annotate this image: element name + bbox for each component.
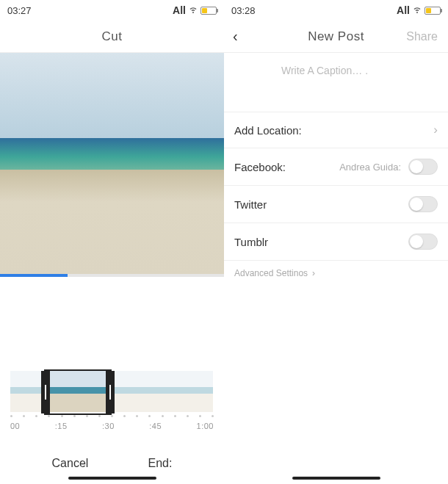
chevron-right-icon: › [312, 268, 315, 278]
row-label: Twitter [234, 198, 267, 211]
status-bar: 03:28 All [224, 0, 448, 21]
end-button[interactable]: End: [148, 457, 173, 470]
home-indicator[interactable] [68, 477, 156, 480]
timeline-thumb [145, 371, 179, 412]
screen-new-post: 03:28 All ‹ New Post Share Write A Capti… [224, 0, 448, 484]
trim-timeline[interactable] [10, 371, 214, 413]
twitter-toggle[interactable] [408, 196, 438, 212]
timeline-thumb [179, 371, 213, 412]
page-title: New Post [308, 29, 364, 44]
caption-input[interactable]: Write A Caption… . [281, 63, 368, 101]
timeline-thumb [112, 371, 145, 412]
row-sub: Andrea Guida: [339, 162, 401, 173]
row-label: Add Location: [234, 124, 302, 137]
status-bar: 03:27 All [0, 0, 224, 21]
share-facebook-row: Facebook: Andrea Guida: [224, 148, 448, 186]
header: ‹ New Post Share [224, 21, 448, 53]
add-location-row[interactable]: Add Location: › [224, 112, 448, 148]
chevron-right-icon: › [433, 123, 438, 137]
battery-icon [424, 7, 441, 15]
wifi-icon [189, 5, 198, 16]
page-title: Cut [102, 29, 123, 44]
home-indicator[interactable] [292, 477, 380, 480]
row-label: Tumblr [234, 236, 268, 248]
video-preview[interactable] [0, 53, 224, 277]
share-button[interactable]: Share [406, 30, 438, 43]
status-time: 03:27 [7, 5, 32, 16]
media-thumbnail[interactable] [234, 63, 272, 101]
signal-label: All [173, 4, 186, 16]
caption-row: Write A Caption… . [224, 53, 448, 112]
header: Cut [0, 21, 224, 53]
play-icon [234, 63, 272, 101]
timeline-thumb [44, 371, 78, 412]
cancel-button[interactable]: Cancel [52, 457, 89, 470]
timeline-ticks: 00 :15 :30 :45 1:00 [10, 422, 214, 430]
row-label: Facebook: [234, 161, 286, 173]
timeline-thumb [10, 371, 44, 412]
share-twitter-row: Twitter [224, 186, 448, 223]
wifi-icon [413, 5, 422, 16]
signal-label: All [397, 4, 410, 16]
advanced-settings-link[interactable]: Advanced Settinos› [224, 261, 448, 286]
battery-icon [200, 7, 217, 15]
video-progress[interactable] [0, 274, 224, 277]
back-button[interactable]: ‹ [233, 28, 238, 45]
share-tumblr-row: Tumblr [224, 223, 448, 261]
screen-cut: 03:27 All Cut 00 :15 :30 [0, 0, 224, 484]
timeline-thumb [78, 371, 112, 412]
facebook-toggle[interactable] [408, 159, 438, 175]
tumblr-toggle[interactable] [408, 234, 438, 250]
status-time: 03:28 [231, 5, 256, 16]
